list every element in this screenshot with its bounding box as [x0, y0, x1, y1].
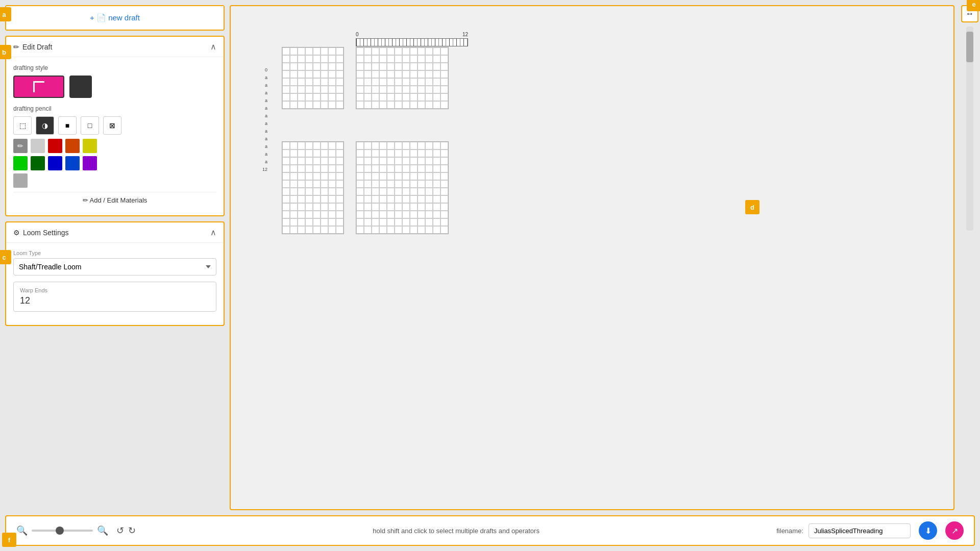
grid-cell[interactable] — [364, 78, 372, 86]
grid-cell[interactable] — [313, 165, 321, 172]
grid-cell[interactable] — [402, 63, 410, 70]
grid-cell[interactable] — [425, 180, 433, 188]
grid-cell[interactable] — [402, 47, 410, 55]
grid-cell[interactable] — [282, 195, 290, 203]
grid-cell[interactable] — [321, 195, 328, 203]
grid-cell[interactable] — [402, 165, 410, 172]
grid-cell[interactable] — [321, 188, 328, 195]
grid-cell[interactable] — [282, 165, 290, 172]
grid-cell[interactable] — [395, 93, 402, 101]
grid-cell[interactable] — [290, 195, 298, 203]
grid-cell[interactable] — [336, 55, 344, 63]
grid-cell[interactable] — [313, 211, 321, 218]
grid-cell[interactable] — [356, 226, 364, 234]
grid-cell[interactable] — [282, 70, 290, 78]
grid-cell[interactable] — [364, 93, 372, 101]
grid-cell[interactable] — [364, 188, 372, 195]
grid-cell[interactable] — [379, 218, 387, 226]
zoom-slider[interactable] — [32, 530, 93, 532]
grid-cell[interactable] — [328, 78, 336, 86]
grid-cell[interactable] — [364, 47, 372, 55]
loom-settings-collapse[interactable]: ∧ — [210, 228, 216, 237]
grid-cell[interactable] — [402, 86, 410, 93]
grid-cell[interactable] — [298, 172, 305, 180]
grid-cell[interactable] — [305, 47, 313, 55]
grid-cell[interactable] — [356, 211, 364, 218]
grid-cell[interactable] — [356, 101, 364, 109]
grid-cell[interactable] — [395, 101, 402, 109]
grid-cell[interactable] — [356, 172, 364, 180]
grid-cell[interactable] — [336, 78, 344, 86]
grid-cell[interactable] — [410, 180, 418, 188]
grid-cell[interactable] — [290, 149, 298, 157]
color-swatch-red[interactable] — [48, 139, 62, 153]
grid-cell[interactable] — [305, 55, 313, 63]
grid-cell[interactable] — [336, 86, 344, 93]
grid-cell[interactable] — [356, 180, 364, 188]
threading-grid-left[interactable] — [282, 47, 344, 111]
grid-cell[interactable] — [410, 142, 418, 149]
grid-cell[interactable] — [290, 47, 298, 55]
grid-cell[interactable] — [313, 93, 321, 101]
grid-cell[interactable] — [440, 78, 448, 86]
grid-cell[interactable] — [298, 70, 305, 78]
grid-cell[interactable] — [364, 63, 372, 70]
grid-cell[interactable] — [364, 218, 372, 226]
color-swatch-blue-mid[interactable] — [65, 156, 80, 170]
grid-top-right[interactable] — [356, 47, 449, 109]
grid-cell[interactable] — [402, 70, 410, 78]
grid-cell[interactable] — [425, 165, 433, 172]
grid-cell[interactable] — [321, 172, 328, 180]
color-swatch-yellow[interactable] — [83, 139, 97, 153]
grid-cell[interactable] — [372, 226, 379, 234]
grid-cell[interactable] — [425, 86, 433, 93]
grid-cell[interactable] — [433, 195, 440, 203]
grid-cell[interactable] — [290, 78, 298, 86]
loom-type-select[interactable]: Shaft/Treadle Loom Frame Loom Rigid Hedd… — [13, 258, 216, 276]
grid-cell[interactable] — [425, 195, 433, 203]
new-draft-button[interactable]: + 📄 new draft — [6, 6, 224, 30]
grid-cell[interactable] — [364, 101, 372, 109]
grid-cell[interactable] — [395, 203, 402, 211]
grid-cell[interactable] — [372, 218, 379, 226]
grid-cell[interactable] — [328, 142, 336, 149]
grid-cell[interactable] — [395, 195, 402, 203]
grid-cell[interactable] — [321, 55, 328, 63]
grid-cell[interactable] — [410, 211, 418, 218]
grid-cell[interactable] — [402, 157, 410, 165]
grid-cell[interactable] — [372, 172, 379, 180]
grid-cell[interactable] — [433, 47, 440, 55]
grid-cell[interactable] — [372, 78, 379, 86]
grid-cell[interactable] — [313, 55, 321, 63]
grid-cell[interactable] — [282, 101, 290, 109]
grid-cell[interactable] — [305, 63, 313, 70]
grid-cell[interactable] — [425, 149, 433, 157]
grid-cell[interactable] — [395, 218, 402, 226]
grid-cell[interactable] — [290, 218, 298, 226]
grid-cell[interactable] — [282, 86, 290, 93]
grid-cell[interactable] — [372, 70, 379, 78]
grid-cell[interactable] — [321, 86, 328, 93]
tool-half-circle[interactable]: ◑ — [36, 116, 54, 135]
grid-cell[interactable] — [356, 188, 364, 195]
grid-cell[interactable] — [372, 47, 379, 55]
grid-cell[interactable] — [410, 226, 418, 234]
grid-cell[interactable] — [298, 218, 305, 226]
grid-cell[interactable] — [410, 78, 418, 86]
grid-cell[interactable] — [433, 188, 440, 195]
grid-cell[interactable] — [425, 218, 433, 226]
grid-cell[interactable] — [336, 70, 344, 78]
grid-cell[interactable] — [379, 149, 387, 157]
grid-cell[interactable] — [282, 93, 290, 101]
grid-cell[interactable] — [356, 218, 364, 226]
grid-cell[interactable] — [290, 180, 298, 188]
grid-cell[interactable] — [328, 218, 336, 226]
color-swatch-green-light[interactable] — [13, 156, 28, 170]
grid-cell[interactable] — [328, 149, 336, 157]
grid-cell[interactable] — [336, 172, 344, 180]
grid-cell[interactable] — [387, 218, 395, 226]
grid-cell[interactable] — [313, 101, 321, 109]
grid-cell[interactable] — [298, 188, 305, 195]
tool-select[interactable]: ⬚ — [13, 116, 32, 135]
grid-cell[interactable] — [410, 172, 418, 180]
